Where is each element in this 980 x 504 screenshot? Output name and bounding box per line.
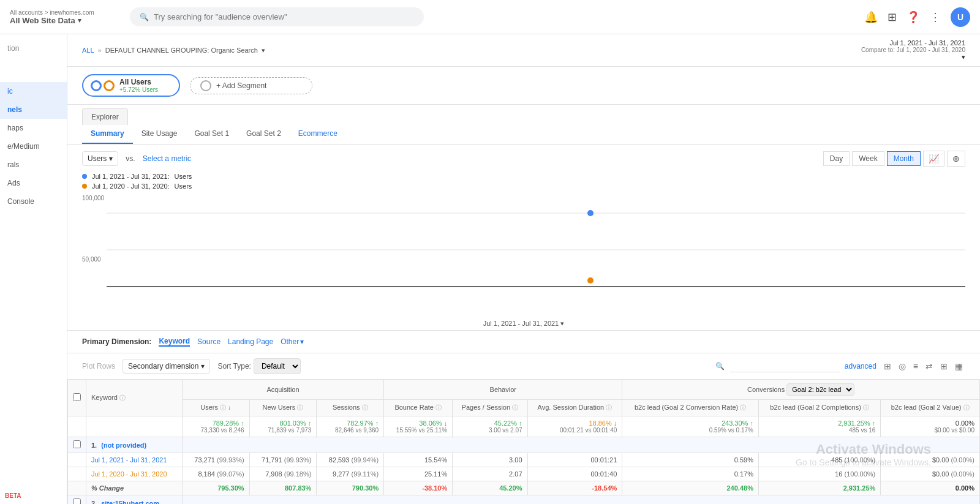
summary-sessions: 782.97% ↑ 82,646 vs 9,360 (317, 416, 384, 437)
tab-site-usage[interactable]: Site Usage (133, 124, 186, 144)
bar-view-icon[interactable]: ▦ (952, 360, 965, 372)
sidebar-item-ic[interactable]: ic (0, 82, 67, 100)
sidebar-item-emedium[interactable]: e/Medium (0, 137, 67, 156)
row2-checkbox[interactable] (73, 498, 81, 504)
compare-view-icon[interactable]: ⇄ (923, 360, 935, 372)
select-metric-link[interactable]: Select a metric (143, 154, 191, 163)
sr1-bounce: 15.54% (384, 453, 453, 467)
dim-landing-page[interactable]: Landing Page (228, 337, 273, 346)
line-chart-button[interactable]: 📈 (923, 151, 944, 167)
sr1-label: Jul 1, 2021 - Jul 31, 2021 (86, 453, 183, 467)
segment-circle-orange (104, 80, 115, 91)
breadcrumb-dropdown-icon[interactable]: ▾ (262, 47, 265, 55)
explorer-tabs: Explorer Summary Site Usage Goal Set 1 G… (67, 105, 980, 145)
summary-new-users: 801.03% ↑ 71,839 vs 7,973 (249, 416, 317, 437)
sort-type: Sort Type: Default (217, 358, 300, 374)
tab-goal-set-2[interactable]: Goal Set 2 (238, 124, 290, 144)
header-icons: 🔔 ⊞ ❓ ⋮ U (864, 7, 970, 27)
summary-b2c-comp: 2,931.25% ↑ 485 vs 16 (758, 416, 880, 437)
sr2-avg: 00:01:40 (527, 467, 622, 481)
segment-name: All Users (119, 78, 158, 86)
day-button[interactable]: Day (823, 151, 850, 166)
property-dropdown-icon[interactable]: ▾ (78, 17, 81, 24)
help-icon[interactable]: ❓ (907, 10, 920, 24)
month-button[interactable]: Month (887, 151, 921, 166)
dim-keyword[interactable]: Keyword (159, 337, 190, 347)
date-compare: Compare to: Jul 1, 2020 - Jul 31, 2020 (861, 47, 965, 53)
plot-rows-button[interactable]: Plot Rows (82, 362, 115, 370)
tab-summary[interactable]: Summary (82, 124, 133, 144)
keyword-info-icon[interactable]: ⓘ (119, 394, 126, 401)
sr1-new-users: 71,791 (99.93%) (249, 453, 317, 467)
row1-checkbox[interactable] (73, 440, 81, 448)
sr2-users: 8,184 (99.07%) (182, 467, 249, 481)
row2-keyword-cell: 2. site:15hubert.com (86, 495, 183, 505)
change-users: 795.30% (182, 481, 249, 495)
table-search-input[interactable] (729, 361, 840, 372)
dim-source[interactable]: Source (197, 337, 221, 346)
list-view-icon[interactable]: ≡ (911, 360, 921, 372)
chart-x-dropdown[interactable]: ▾ (560, 320, 564, 327)
sr1-b2c-comp: 485 (100.00%) (758, 453, 880, 467)
primary-dimension-row: Primary Dimension: Keyword Source Landin… (67, 330, 980, 353)
search-bar[interactable]: 🔍 (130, 7, 424, 26)
sidebar-item-nels[interactable]: nels (0, 100, 67, 119)
advanced-link[interactable]: advanced (845, 362, 876, 370)
legend-compare: Jul 1, 2020 - Jul 31, 2020: Users (82, 182, 965, 190)
row2-keyword-link[interactable]: site:15hubert.com (101, 500, 159, 505)
pivot-view-icon[interactable]: ⊞ (938, 360, 950, 372)
goal-select[interactable]: Goal 2: b2c lead (786, 383, 854, 396)
more-vert-icon[interactable]: ⋮ (930, 10, 941, 24)
explorer-tab-label: Explorer (82, 108, 128, 125)
add-segment-label: + Add Segment (216, 81, 266, 90)
grid-icon[interactable]: ⊞ (888, 10, 897, 24)
donut-view-icon[interactable]: ◎ (896, 360, 908, 372)
all-users-segment[interactable]: All Users +5.72% Users (82, 74, 180, 97)
sort-select[interactable]: Default (254, 358, 301, 374)
sr2-b2c-val: $0.00 (0.00%) (881, 467, 980, 481)
sr1-b2c-rate: 0.59% (622, 453, 759, 467)
grid-view-icon[interactable]: ⊞ (881, 360, 894, 372)
th-keyword: Keyword ⓘ (86, 380, 183, 416)
tab-ecommerce[interactable]: Ecommerce (290, 124, 346, 144)
select-all-checkbox[interactable] (73, 393, 81, 401)
add-segment-button[interactable]: + Add Segment (190, 77, 312, 94)
week-button[interactable]: Week (852, 151, 884, 166)
segment-text: All Users +5.72% Users (119, 78, 158, 93)
pie-chart-button[interactable]: ⊕ (947, 151, 965, 167)
users-sort-arrow[interactable]: ↓ (228, 404, 231, 411)
summary-pages: 45.22% ↑ 3.00 vs 2.07 (453, 416, 527, 437)
table-row: % Change 795.30% 807.83% 790.30% -38.10% (68, 481, 980, 495)
th-sessions: Sessions ⓘ (317, 400, 384, 416)
sr2-new-users: 7,908 (99.18%) (249, 467, 317, 481)
bell-icon[interactable]: 🔔 (864, 10, 878, 24)
change-b2c-comp: 2,931.25% (758, 481, 880, 495)
account-path: All accounts > inewhomes.com (10, 9, 120, 16)
tab-goal-set-1[interactable]: Goal Set 1 (186, 124, 238, 144)
sidebar-item-rals[interactable]: rals (0, 156, 67, 174)
date-dropdown-icon[interactable]: ▾ (962, 53, 965, 61)
metric-select[interactable]: Users ▾ (82, 151, 118, 166)
th-b2c-value: b2c lead (Goal 2 Value) ⓘ (881, 400, 980, 416)
sidebar-item-haps[interactable]: haps (0, 119, 67, 137)
segment-icon (91, 80, 115, 91)
th-checkbox (68, 380, 86, 416)
sidebar-item-console[interactable]: Console (0, 192, 67, 211)
primary-dim-label: Primary Dimension: (82, 337, 151, 346)
avatar[interactable]: U (951, 7, 970, 27)
breadcrumb-current: DEFAULT CHANNEL GROUPING: Organic Search (105, 47, 258, 54)
sr2-check (68, 467, 86, 481)
summary-row: 789.28% ↑ 73,330 vs 8,246 801.03% ↑ 71,8… (68, 416, 980, 437)
search-input[interactable] (154, 12, 414, 21)
sidebar-item-ads[interactable]: Ads (0, 174, 67, 192)
dim-other[interactable]: Other ▾ (281, 337, 304, 346)
sidebar-item-w[interactable] (0, 58, 67, 82)
secondary-dimension-select[interactable]: Secondary dimension ▾ (123, 359, 210, 374)
change-bounce: -38.10% (384, 481, 453, 495)
row2-num: 2. (91, 500, 97, 505)
change-b2c-rate: 240.48% (622, 481, 759, 495)
sidebar-item-tion[interactable]: tion (0, 39, 67, 58)
th-acquisition: Acquisition (182, 380, 383, 400)
breadcrumb-all-link[interactable]: ALL (82, 47, 94, 54)
row1-keyword-link[interactable]: (not provided) (101, 442, 146, 449)
